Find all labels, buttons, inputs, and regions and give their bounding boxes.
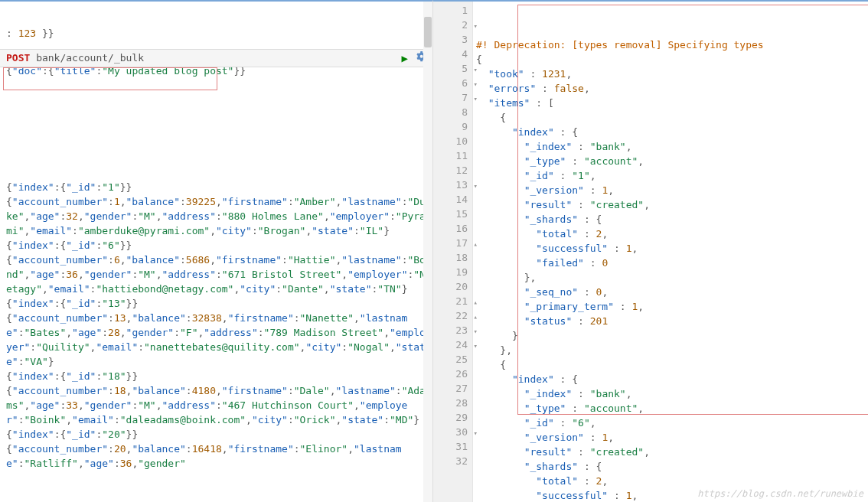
- code-line: {"index":{"_id":"6"}}: [6, 238, 429, 253]
- code-line: "_index" : "bank",: [476, 139, 865, 154]
- line-gutter: 12▾345▾6▾7▾8910111213▾14151617▴18192021▴…: [433, 2, 473, 502]
- code-line: #! Deprecation: [types removal] Specifyi…: [476, 37, 865, 52]
- code-line: "status" : 201: [476, 314, 865, 328]
- code-line: "_type" : "account",: [476, 154, 865, 168]
- code-line: "_type" : "account",: [476, 401, 865, 416]
- code-line: {"account_number":18,"balance":4180,"fir…: [6, 383, 429, 427]
- code-line: "_shards" : {: [476, 459, 865, 474]
- http-method: POST: [6, 52, 30, 64]
- scrollbar-thumb[interactable]: [424, 17, 432, 47]
- code-line: {"account_number":1,"balance":39225,"fir…: [6, 194, 429, 238]
- blank-line: [6, 101, 429, 116]
- code-line: "took" : 1231,: [476, 67, 865, 81]
- code-line: : 123 }}: [6, 26, 429, 41]
- code-line: {"index":{"_id":"20"}}: [6, 427, 429, 442]
- code-line: }: [476, 328, 865, 343]
- code-line: "failed" : 0: [476, 256, 865, 270]
- watermark-text: https://blog.csdn.net/runewbie: [697, 488, 863, 499]
- code-line: },: [476, 270, 865, 285]
- code-line: {"account_number":13,"balance":32838,"fi…: [6, 311, 429, 369]
- code-line: "_id" : "6",: [476, 416, 865, 430]
- response-pane[interactable]: 12▾345▾6▾7▾8910111213▾14151617▴18192021▴…: [433, 0, 868, 502]
- code-line: "items" : [: [476, 96, 865, 110]
- code-line: "_version" : 1,: [476, 430, 865, 445]
- code-line: "index" : {: [476, 125, 865, 139]
- request-editor-pane[interactable]: : 123 }} {"doc":{"title":"My updated blo…: [0, 0, 433, 502]
- code-line: {"account_number":20,"balance":16418,"fi…: [6, 442, 429, 471]
- code-line: "result" : "created",: [476, 445, 865, 459]
- code-line: "index" : {: [476, 372, 865, 386]
- response-body[interactable]: #! Deprecation: [types removal] Specifyi…: [473, 2, 868, 502]
- code-line: "errors" : false,: [476, 81, 865, 96]
- http-path: bank/account/_bulk: [36, 52, 144, 64]
- code-line: {: [476, 52, 865, 67]
- code-line: {"index":{"_id":"1"}}: [6, 180, 429, 194]
- code-line: "successful" : 1,: [476, 241, 865, 256]
- code-line: "total" : 2,: [476, 227, 865, 241]
- code-line: "result" : "created",: [476, 197, 865, 212]
- code-line: "_index" : "bank",: [476, 386, 865, 401]
- code-line: "_version" : 1,: [476, 183, 865, 197]
- code-line: "_shards" : {: [476, 212, 865, 227]
- play-icon[interactable]: ▶: [402, 50, 408, 67]
- code-line: "total" : 2,: [476, 474, 865, 488]
- code-line: "_seq_no" : 0,: [476, 285, 865, 299]
- code-line: },: [476, 343, 865, 357]
- code-line: {: [476, 110, 865, 125]
- code-line: {"index":{"_id":"18"}}: [6, 369, 429, 383]
- request-line[interactable]: POST bank/account/_bulk ▶: [0, 49, 432, 67]
- code-line: "_primary_term" : 1,: [476, 299, 865, 314]
- code-line: {"account_number":6,"balance":5686,"firs…: [6, 253, 429, 296]
- code-line: "_id" : "1",: [476, 168, 865, 183]
- code-line: {"index":{"_id":"13"}}: [6, 296, 429, 311]
- code-line: {: [476, 357, 865, 372]
- editor-body[interactable]: : 123 }} {"doc":{"title":"My updated blo…: [0, 2, 432, 502]
